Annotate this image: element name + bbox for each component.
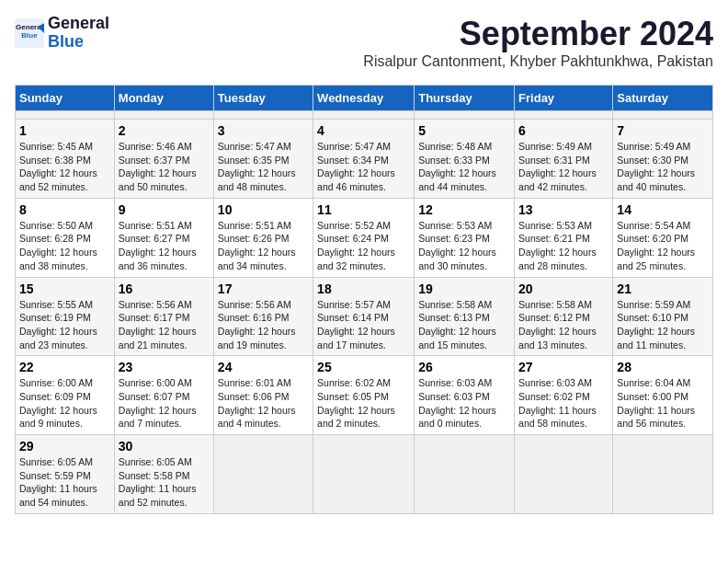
calendar-cell: 16Sunrise: 5:56 AM Sunset: 6:17 PM Dayli… — [114, 277, 213, 356]
calendar-cell: 17Sunrise: 5:56 AM Sunset: 6:16 PM Dayli… — [213, 277, 313, 356]
day-number: 12 — [418, 202, 510, 217]
calendar-cell: 1Sunrise: 5:45 AM Sunset: 6:38 PM Daylig… — [16, 120, 115, 199]
day-number: 11 — [317, 202, 410, 217]
logo-blue: Blue — [48, 32, 84, 51]
day-detail: Sunrise: 5:50 AM Sunset: 6:28 PM Dayligh… — [19, 219, 110, 273]
calendar-cell: 9Sunrise: 5:51 AM Sunset: 6:27 PM Daylig… — [114, 198, 213, 277]
calendar-cell: 18Sunrise: 5:57 AM Sunset: 6:14 PM Dayli… — [313, 277, 415, 356]
day-detail: Sunrise: 5:49 AM Sunset: 6:30 PM Dayligh… — [617, 140, 709, 194]
weekday-header-saturday: Saturday — [613, 86, 713, 111]
day-number: 1 — [19, 123, 110, 138]
day-detail: Sunrise: 5:47 AM Sunset: 6:35 PM Dayligh… — [218, 140, 309, 194]
day-detail: Sunrise: 5:58 AM Sunset: 6:13 PM Dayligh… — [418, 298, 510, 352]
day-number: 30 — [119, 439, 210, 454]
calendar-header-row: SundayMondayTuesdayWednesdayThursdayFrid… — [16, 86, 713, 111]
day-number: 7 — [617, 123, 709, 138]
logo-general: General — [48, 14, 109, 32]
day-detail: Sunrise: 6:01 AM Sunset: 6:06 PM Dayligh… — [218, 376, 309, 431]
day-number: 28 — [617, 360, 709, 374]
calendar-cell: 27Sunrise: 6:03 AM Sunset: 6:02 PM Dayli… — [515, 356, 613, 435]
calendar-cell: 6Sunrise: 5:49 AM Sunset: 6:31 PM Daylig… — [515, 120, 613, 199]
day-number: 20 — [518, 282, 609, 296]
weekday-header-thursday: Thursday — [415, 86, 515, 111]
day-detail: Sunrise: 5:49 AM Sunset: 6:31 PM Dayligh… — [518, 140, 609, 194]
day-detail: Sunrise: 5:56 AM Sunset: 6:16 PM Dayligh… — [218, 298, 309, 352]
calendar-cell: 23Sunrise: 6:00 AM Sunset: 6:07 PM Dayli… — [114, 356, 213, 435]
day-number: 6 — [518, 123, 609, 138]
day-detail: Sunrise: 6:03 AM Sunset: 6:02 PM Dayligh… — [518, 376, 609, 431]
calendar-week-row — [16, 111, 713, 120]
calendar-cell: 7Sunrise: 5:49 AM Sunset: 6:30 PM Daylig… — [613, 120, 713, 199]
day-detail: Sunrise: 5:48 AM Sunset: 6:33 PM Dayligh… — [418, 140, 510, 194]
day-detail: Sunrise: 5:51 AM Sunset: 6:27 PM Dayligh… — [119, 219, 210, 273]
calendar-cell: 11Sunrise: 5:52 AM Sunset: 6:24 PM Dayli… — [313, 198, 415, 277]
month-title: September 2024 — [363, 15, 713, 53]
calendar-cell — [515, 435, 613, 514]
day-number: 9 — [119, 202, 210, 217]
calendar-table: SundayMondayTuesdayWednesdayThursdayFrid… — [15, 85, 713, 514]
svg-text:Blue: Blue — [21, 31, 38, 40]
calendar-cell: 21Sunrise: 5:59 AM Sunset: 6:10 PM Dayli… — [613, 277, 713, 356]
day-number: 19 — [418, 282, 510, 296]
calendar-cell — [415, 111, 515, 120]
day-number: 29 — [19, 439, 110, 454]
calendar-cell: 22Sunrise: 6:00 AM Sunset: 6:09 PM Dayli… — [16, 356, 115, 435]
day-number: 27 — [518, 360, 609, 374]
day-detail: Sunrise: 5:46 AM Sunset: 6:37 PM Dayligh… — [119, 140, 210, 194]
day-number: 22 — [19, 360, 110, 374]
day-number: 26 — [418, 360, 510, 374]
calendar-cell: 20Sunrise: 5:58 AM Sunset: 6:12 PM Dayli… — [515, 277, 613, 356]
calendar-cell — [313, 435, 415, 514]
calendar-cell — [515, 111, 613, 120]
day-number: 24 — [218, 360, 309, 374]
calendar-cell: 12Sunrise: 5:53 AM Sunset: 6:23 PM Dayli… — [415, 198, 515, 277]
calendar-cell: 2Sunrise: 5:46 AM Sunset: 6:37 PM Daylig… — [114, 120, 213, 199]
calendar-cell: 15Sunrise: 5:55 AM Sunset: 6:19 PM Dayli… — [16, 277, 115, 356]
calendar-cell: 29Sunrise: 6:05 AM Sunset: 5:59 PM Dayli… — [16, 435, 115, 514]
calendar-cell — [613, 435, 713, 514]
day-detail: Sunrise: 5:57 AM Sunset: 6:14 PM Dayligh… — [317, 298, 410, 352]
calendar-week-row: 22Sunrise: 6:00 AM Sunset: 6:09 PM Dayli… — [16, 356, 713, 435]
day-detail: Sunrise: 6:02 AM Sunset: 6:05 PM Dayligh… — [317, 376, 410, 431]
logo-icon: General Blue — [15, 18, 44, 48]
day-number: 15 — [19, 282, 110, 296]
calendar-cell — [213, 435, 313, 514]
day-number: 5 — [418, 123, 510, 138]
weekday-header-wednesday: Wednesday — [313, 86, 415, 111]
day-detail: Sunrise: 6:00 AM Sunset: 6:07 PM Dayligh… — [119, 376, 210, 431]
calendar-cell: 10Sunrise: 5:51 AM Sunset: 6:26 PM Dayli… — [213, 198, 313, 277]
day-number: 23 — [119, 360, 210, 374]
calendar-cell: 19Sunrise: 5:58 AM Sunset: 6:13 PM Dayli… — [415, 277, 515, 356]
calendar-week-row: 1Sunrise: 5:45 AM Sunset: 6:38 PM Daylig… — [16, 120, 713, 199]
day-detail: Sunrise: 5:58 AM Sunset: 6:12 PM Dayligh… — [518, 298, 609, 352]
day-detail: Sunrise: 6:05 AM Sunset: 5:59 PM Dayligh… — [19, 455, 110, 510]
calendar-cell: 28Sunrise: 6:04 AM Sunset: 6:00 PM Dayli… — [613, 356, 713, 435]
day-number: 10 — [218, 202, 309, 217]
day-number: 14 — [617, 202, 709, 217]
logo: General Blue General Blue — [15, 15, 109, 52]
weekday-header-sunday: Sunday — [16, 86, 115, 111]
day-detail: Sunrise: 5:47 AM Sunset: 6:34 PM Dayligh… — [317, 140, 410, 194]
weekday-header-friday: Friday — [515, 86, 613, 111]
calendar-cell — [415, 435, 515, 514]
calendar-cell — [16, 111, 115, 120]
calendar-cell: 8Sunrise: 5:50 AM Sunset: 6:28 PM Daylig… — [16, 198, 115, 277]
day-number: 4 — [317, 123, 410, 138]
location-title: Risalpur Cantonment, Khyber Pakhtunkhwa,… — [363, 53, 713, 70]
day-detail: Sunrise: 5:53 AM Sunset: 6:23 PM Dayligh… — [418, 219, 510, 273]
day-number: 18 — [317, 282, 410, 296]
day-detail: Sunrise: 6:04 AM Sunset: 6:00 PM Dayligh… — [617, 376, 709, 431]
day-detail: Sunrise: 6:05 AM Sunset: 5:58 PM Dayligh… — [119, 455, 210, 510]
day-detail: Sunrise: 5:55 AM Sunset: 6:19 PM Dayligh… — [19, 298, 110, 352]
calendar-cell: 4Sunrise: 5:47 AM Sunset: 6:34 PM Daylig… — [313, 120, 415, 199]
calendar-body: 1Sunrise: 5:45 AM Sunset: 6:38 PM Daylig… — [16, 111, 713, 514]
day-detail: Sunrise: 5:56 AM Sunset: 6:17 PM Dayligh… — [119, 298, 210, 352]
day-detail: Sunrise: 6:03 AM Sunset: 6:03 PM Dayligh… — [418, 376, 510, 431]
day-number: 25 — [317, 360, 410, 374]
weekday-header-monday: Monday — [114, 86, 213, 111]
day-number: 2 — [119, 123, 210, 138]
calendar-cell: 14Sunrise: 5:54 AM Sunset: 6:20 PM Dayli… — [613, 198, 713, 277]
calendar-cell: 13Sunrise: 5:53 AM Sunset: 6:21 PM Dayli… — [515, 198, 613, 277]
calendar-cell — [213, 111, 313, 120]
calendar-cell: 3Sunrise: 5:47 AM Sunset: 6:35 PM Daylig… — [213, 120, 313, 199]
